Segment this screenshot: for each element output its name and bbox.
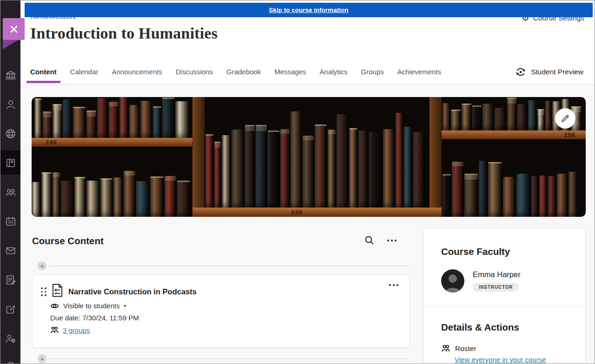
student-preview-icon (515, 66, 527, 78)
divider (48, 358, 410, 359)
due-date: Due date: 7/30/24, 11:59 PM (50, 314, 139, 322)
pencil-icon (561, 114, 570, 123)
groups-link[interactable]: 3 groups (63, 326, 90, 334)
tab-achievements[interactable]: Achievements (397, 59, 441, 84)
admin-icon[interactable] (4, 332, 17, 344)
banner-shelf-post (430, 97, 442, 217)
tab-gradebook[interactable]: Gradebook (226, 59, 261, 84)
tab-discussions[interactable]: Discussions (176, 59, 213, 84)
messages-icon[interactable] (4, 244, 17, 257)
organizations-icon[interactable] (4, 186, 17, 198)
course-nav-tabs: Content Calendar Announcements Discussio… (20, 59, 595, 84)
add-content-row: + (38, 261, 410, 270)
tab-messages[interactable]: Messages (274, 59, 306, 84)
close-icon (9, 24, 19, 34)
drag-handle[interactable] (41, 287, 46, 296)
visibility-dropdown[interactable]: Visible to students ▾ (50, 302, 126, 310)
tab-announcements[interactable]: Announcements (112, 59, 162, 84)
globe-icon[interactable] (4, 127, 17, 140)
instructor-name: Emma Harper (473, 270, 521, 279)
tab-calendar[interactable]: Calendar (70, 59, 99, 84)
groups-icon (50, 326, 59, 334)
tool-sidebar (0, 0, 20, 364)
content-area: 240 249 256 Course Content + (20, 84, 595, 364)
roster-label: Roster (455, 344, 476, 353)
course-banner-image: 240 249 256 (32, 97, 586, 217)
tools-edit-icon[interactable] (4, 303, 17, 315)
faculty-row: Emma Harper INSTRUCTOR (441, 269, 568, 292)
tab-content[interactable]: Content (30, 59, 57, 84)
eye-icon (50, 303, 59, 309)
skip-link[interactable]: Skip to course information (269, 6, 348, 13)
roster-row: Roster (441, 344, 568, 353)
page-title: Introduction to Humanities (30, 25, 218, 42)
banner-shelf (192, 208, 442, 217)
add-content-button[interactable]: + (38, 261, 46, 270)
banner-shelf-post (192, 97, 205, 217)
item-menu-button[interactable] (389, 284, 398, 286)
avatar[interactable] (441, 269, 464, 292)
shelf-number-center: 249 (291, 209, 303, 216)
tab-analytics[interactable]: Analytics (320, 59, 348, 84)
grades-icon[interactable] (4, 273, 17, 286)
calendar-icon[interactable] (4, 215, 17, 228)
app-window: humanities1101 Introduction to Humanitie… (0, 0, 595, 364)
course-content-menu-button[interactable] (387, 240, 397, 241)
student-preview-label: Student Preview (531, 68, 583, 76)
search-icon (364, 235, 374, 245)
faculty-heading: Course Faculty (441, 246, 568, 257)
course-content-heading: Course Content (32, 235, 104, 247)
edit-banner-button[interactable] (555, 108, 575, 129)
add-content-button[interactable]: + (38, 354, 46, 363)
role-badge: INSTRUCTOR (473, 283, 519, 292)
visibility-label: Visible to students (63, 302, 119, 310)
signout-icon[interactable] (4, 360, 17, 364)
avatar-silhouette-icon (441, 269, 464, 292)
skip-banner: Skip to course information (25, 3, 593, 17)
groups-row: 3 groups (50, 326, 90, 334)
shelf-number-left: 240 (46, 139, 57, 146)
close-course-button[interactable] (3, 18, 25, 40)
test-document-icon (51, 283, 64, 299)
student-preview-button[interactable]: Student Preview (515, 66, 583, 78)
roster-icon (441, 344, 450, 353)
courses-icon[interactable] (4, 156, 17, 169)
institution-icon[interactable] (4, 69, 17, 81)
profile-icon[interactable] (4, 98, 17, 110)
add-content-row: + (38, 354, 410, 363)
ribbon-fold (3, 40, 19, 49)
tab-groups[interactable]: Groups (361, 59, 384, 84)
divider (423, 306, 585, 307)
search-button[interactable] (364, 235, 374, 245)
details-actions-heading: Details & Actions (441, 322, 568, 333)
content-item-card: Narrative Construction in Podcasts Visib… (32, 274, 410, 348)
divider (48, 266, 410, 266)
item-title[interactable]: Narrative Construction in Podcasts (68, 287, 197, 296)
caret-down-icon: ▾ (124, 303, 126, 308)
shelf-number-right: 256 (564, 131, 575, 138)
course-info-panel: Course Faculty Emma Harper INSTRUCTOR De… (423, 228, 586, 364)
view-everyone-link[interactable]: View everyone in your course (455, 356, 568, 364)
